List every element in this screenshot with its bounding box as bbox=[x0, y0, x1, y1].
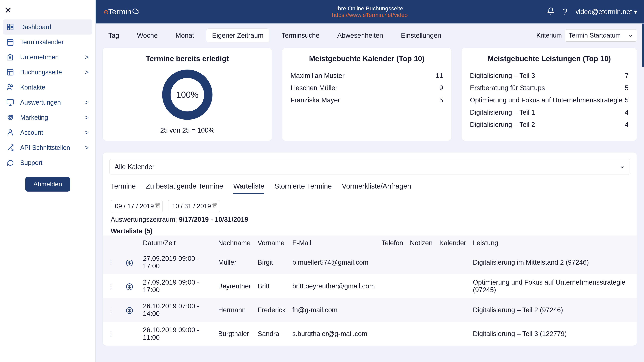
view-tab-monat[interactable]: Monat bbox=[170, 29, 200, 42]
sidebar-item-api-schnittstellen[interactable]: API Schnittstellen> bbox=[3, 140, 92, 155]
logout-button[interactable]: Abmelden bbox=[25, 177, 70, 192]
row-payment-icon[interactable]: $ bbox=[120, 298, 140, 322]
th-service[interactable]: Leistung bbox=[470, 236, 637, 250]
svg-rect-8 bbox=[8, 69, 13, 75]
svg-rect-2 bbox=[11, 28, 13, 30]
bell-icon[interactable] bbox=[547, 7, 554, 16]
th-notes[interactable]: Notizen bbox=[406, 236, 436, 250]
card-cal-title: Meistgebuchte Kalender (Top 10) bbox=[290, 54, 443, 63]
sub-tab-vormerkliste-anfragen[interactable]: Vormerkliste/Anfragen bbox=[342, 180, 411, 194]
cell-lastname: Müller bbox=[215, 250, 254, 274]
card-done-title: Termine bereits erledigt bbox=[111, 54, 264, 63]
row-menu-icon[interactable]: ⋮ bbox=[103, 250, 120, 274]
nav-list: DashboardTerminkalenderUnternehmen>Buchu… bbox=[3, 19, 92, 170]
criterion-select[interactable]: Termin Startdatum bbox=[565, 29, 637, 41]
sidebar-item-auswertungen[interactable]: Auswertungen> bbox=[3, 95, 92, 110]
sidebar-item-terminkalender[interactable]: Terminkalender bbox=[3, 34, 92, 50]
user-email: video@etermin.net bbox=[576, 8, 632, 15]
nav-icon bbox=[6, 83, 15, 92]
nav-label: API Schnittstellen bbox=[20, 144, 85, 151]
lower-panel: Alle Kalender TermineZu bestätigende Ter… bbox=[103, 152, 637, 346]
view-tab-terminsuche[interactable]: Terminsuche bbox=[276, 29, 325, 42]
view-tab-eigener-zeitraum[interactable]: Eigener Zeitraum bbox=[206, 28, 269, 42]
sidebar-item-support[interactable]: Support bbox=[3, 155, 92, 170]
scroll-indicator[interactable] bbox=[642, 23, 644, 67]
th-phone[interactable]: Telefon bbox=[378, 236, 406, 250]
view-tabs: TagWocheMonatEigener ZeitraumTerminsuche… bbox=[103, 28, 447, 42]
row-menu-icon[interactable]: ⋮ bbox=[103, 274, 120, 298]
sidebar-item-marketing[interactable]: Marketing> bbox=[3, 110, 92, 125]
date-to-input[interactable]: 10 / 31 / 2019 bbox=[168, 200, 220, 212]
row-payment-icon[interactable] bbox=[120, 322, 140, 346]
sidebar-item-account[interactable]: Account> bbox=[3, 125, 92, 140]
nav-label: Kontakte bbox=[20, 84, 90, 91]
logo: eTermin bbox=[104, 7, 139, 16]
cell-calendar bbox=[436, 250, 470, 274]
card-done: Termine bereits erledigt 100% 25 von 25 … bbox=[103, 48, 272, 141]
rank-row: Optimierung und Fokus auf Unternehmensst… bbox=[470, 94, 628, 106]
row-menu-icon[interactable]: ⋮ bbox=[103, 322, 120, 346]
rank-row: Erstberatung für Startups5 bbox=[470, 82, 628, 94]
calendar-filter-select[interactable]: Alle Kalender bbox=[109, 159, 630, 174]
row-menu-icon[interactable]: ⋮ bbox=[103, 298, 120, 322]
logo-e: e bbox=[104, 7, 108, 16]
sub-tab-termine[interactable]: Termine bbox=[111, 180, 136, 194]
sub-tab-stornierte-termine[interactable]: Stornierte Termine bbox=[274, 180, 332, 194]
nav-label: Dashboard bbox=[20, 23, 90, 31]
cell-datetime: 27.09.2019 09:00 - 17:00 bbox=[140, 250, 215, 274]
svg-rect-0 bbox=[8, 24, 10, 26]
table-row[interactable]: ⋮$27.09.2019 09:00 - 17:00MüllerBirgitb.… bbox=[103, 250, 637, 274]
cell-datetime: 26.10.2019 09:00 - 11:00 bbox=[140, 322, 215, 346]
cal-list: Maximilian Muster11Lieschen Müller9Franz… bbox=[290, 69, 443, 106]
cell-notes bbox=[406, 274, 436, 298]
view-tab-einstellungen[interactable]: Einstellungen bbox=[395, 29, 447, 42]
view-tab-woche[interactable]: Woche bbox=[131, 29, 164, 42]
rank-row: Franziska Mayer5 bbox=[290, 94, 443, 106]
nav-icon bbox=[6, 37, 15, 46]
th-email[interactable]: E-Mail bbox=[289, 236, 378, 250]
row-payment-icon[interactable]: $ bbox=[120, 250, 140, 274]
th-calendar[interactable]: Kalender bbox=[436, 236, 470, 250]
rank-row: Lieschen Müller9 bbox=[290, 82, 443, 94]
main: eTermin Ihre Online Buchungsseite https:… bbox=[96, 0, 644, 362]
nav-label: Unternehmen bbox=[20, 54, 85, 61]
view-tab-tag[interactable]: Tag bbox=[103, 29, 125, 42]
sidebar-item-kontakte[interactable]: Kontakte bbox=[3, 80, 92, 95]
user-menu[interactable]: video@etermin.net ▾ bbox=[576, 8, 637, 15]
svg-point-12 bbox=[11, 85, 13, 87]
th-lastname[interactable]: Nachname bbox=[215, 236, 254, 250]
chevron-right-icon: > bbox=[85, 54, 89, 61]
row-payment-icon[interactable]: $ bbox=[120, 274, 140, 298]
sub-tab-warteliste[interactable]: Warteliste bbox=[233, 180, 264, 194]
card-serv-title: Meistgebuchte Leistungen (Top 10) bbox=[470, 54, 628, 63]
done-stat: 25 von 25 = 100% bbox=[111, 126, 264, 134]
cell-firstname: Frederick bbox=[254, 298, 289, 322]
svg-rect-1 bbox=[11, 24, 13, 26]
close-icon[interactable]: ✕ bbox=[5, 6, 92, 14]
th-firstname[interactable]: Vorname bbox=[254, 236, 289, 250]
nav-icon bbox=[6, 22, 15, 31]
cell-firstname: Britt bbox=[254, 274, 289, 298]
cell-datetime: 27.09.2019 09:00 - 17:00 bbox=[140, 274, 215, 298]
help-icon[interactable]: ? bbox=[563, 7, 568, 17]
sub-tab-zu-best-tigende-termine[interactable]: Zu bestätigende Termine bbox=[146, 180, 223, 194]
svg-point-19 bbox=[9, 130, 12, 132]
cell-service: Digitalisierung – Teil 2 (97246) bbox=[470, 298, 637, 322]
nav-icon bbox=[6, 128, 15, 137]
date-from-input[interactable]: 09 / 17 / 2019 bbox=[111, 200, 163, 212]
sidebar-item-dashboard[interactable]: Dashboard bbox=[3, 19, 92, 34]
sidebar-item-unternehmen[interactable]: Unternehmen> bbox=[3, 50, 92, 65]
table-row[interactable]: ⋮26.10.2019 09:00 - 11:00BurgthalerSandr… bbox=[103, 322, 637, 346]
table-row[interactable]: ⋮$26.10.2019 07:00 - 14:00HermannFrederi… bbox=[103, 298, 637, 322]
nav-label: Support bbox=[20, 159, 90, 166]
booking-page-link[interactable]: https://www.eTermin.net/video bbox=[332, 12, 408, 18]
cell-notes bbox=[406, 250, 436, 274]
th-datetime[interactable]: Datum/Zeit bbox=[140, 236, 215, 250]
criterion: Kriterium Termin Startdatum bbox=[536, 29, 637, 41]
topbar: eTermin Ihre Online Buchungsseite https:… bbox=[96, 0, 644, 23]
svg-point-16 bbox=[9, 116, 11, 118]
view-tab-abwesenheiten[interactable]: Abwesenheiten bbox=[332, 29, 389, 42]
table-row[interactable]: ⋮$27.09.2019 09:00 - 17:00BeyreutherBrit… bbox=[103, 274, 637, 298]
sidebar-item-buchungsseite[interactable]: Buchungsseite> bbox=[3, 65, 92, 80]
nav-label: Account bbox=[20, 129, 85, 136]
